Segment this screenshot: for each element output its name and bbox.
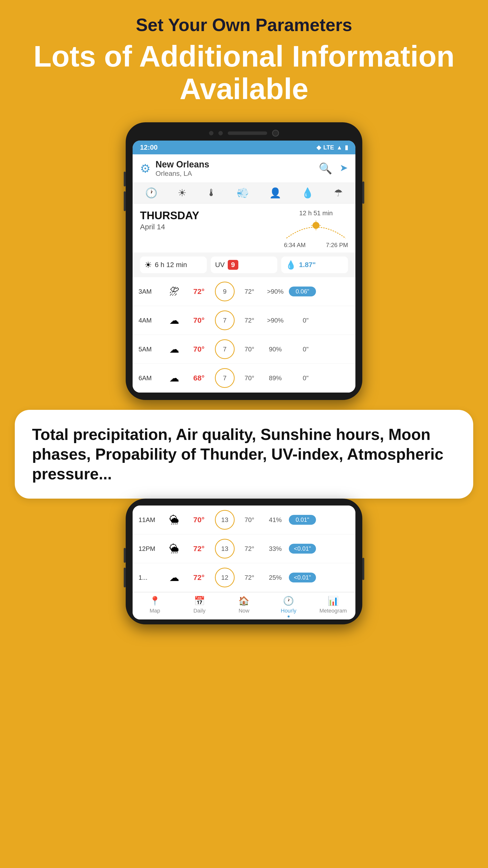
- power-button[interactable]: [362, 182, 364, 204]
- search-icon[interactable]: 🔍: [319, 162, 332, 175]
- info-bubble-text: Total precipitation, Air quality, Sunshi…: [32, 425, 456, 484]
- uv-circle: 13: [215, 539, 235, 559]
- bottom-vol-down-button[interactable]: [124, 568, 126, 587]
- header-actions: 🔍 ➤: [319, 162, 348, 175]
- temp-value: 72°: [185, 287, 213, 296]
- nav-item-daily[interactable]: 📅 Daily: [177, 596, 222, 617]
- nav-item-hourly[interactable]: 🕐 Hourly: [266, 596, 311, 617]
- hourly-row: 4AM ☁ 70° 7 72° >90% 0": [133, 306, 355, 335]
- rain-card: 💧 1.87": [281, 256, 348, 273]
- day-info: THURSDAY April 14 12 h 51 min 6:34 AM: [133, 204, 355, 252]
- uv-value: 9: [228, 260, 238, 270]
- dot-2: [218, 131, 223, 135]
- nav-item-now[interactable]: 🏠 Now: [222, 596, 266, 617]
- feels-value: 70°: [237, 345, 262, 353]
- sunshine-value: 6 h 12 min: [155, 261, 187, 269]
- feels-value: 72°: [237, 574, 262, 582]
- uv-circle: 7: [215, 368, 235, 388]
- weather-icon: ⛈: [163, 286, 185, 297]
- nav-active-dot: [288, 616, 290, 617]
- temp-value: 70°: [185, 516, 213, 524]
- feels-value: 72°: [237, 288, 262, 296]
- feels-value: 70°: [237, 516, 262, 524]
- bottom-vol-up-button[interactable]: [124, 548, 126, 563]
- nav-label-map: Map: [150, 608, 160, 614]
- daylight-duration: 12 h 51 min: [299, 209, 333, 217]
- weather-icon: 🌦: [163, 515, 185, 526]
- weather-icon: ☁: [163, 343, 185, 355]
- precip-value: 41%: [262, 516, 289, 524]
- precip-value: 33%: [262, 545, 289, 553]
- uv-circle: 9: [215, 282, 235, 301]
- tab-person-icon[interactable]: 👤: [269, 187, 282, 199]
- sunrise-sunset: 6:34 AM 7:26 PM: [284, 242, 348, 249]
- nav-label-hourly: Hourly: [281, 608, 296, 614]
- weather-icon: ☁: [163, 372, 185, 384]
- precip-value: 90%: [262, 345, 289, 353]
- data-tabs: 🕐 ☀ 🌡 💨 👤 💧 ☂: [133, 183, 355, 204]
- hour-label: 4AM: [138, 317, 163, 324]
- precip-value: >90%: [262, 317, 289, 324]
- info-bubble: Total precipitation, Air quality, Sunshi…: [15, 410, 473, 499]
- tab-thermo-icon[interactable]: 🌡: [206, 187, 217, 199]
- settings-icon[interactable]: ⚙: [140, 161, 151, 175]
- hourly-row: 6AM ☁ 68° 7 70° 89% 0": [133, 364, 355, 393]
- feels-value: 72°: [237, 545, 262, 553]
- tab-drops-icon[interactable]: 💧: [301, 187, 314, 199]
- sunshine-icon: ☀: [144, 260, 152, 270]
- precip-value: >90%: [262, 288, 289, 296]
- uv-circle: 7: [215, 310, 235, 330]
- top-phone-screen: 12:00 ◆ LTE ▲ ▮ ⚙ New Orleans Orleans, L…: [133, 141, 355, 393]
- nav-item-meteogram[interactable]: 📊 Meteogram: [311, 596, 355, 617]
- sun-arc-svg: [284, 218, 348, 241]
- tab-wind-icon[interactable]: 💨: [237, 187, 249, 199]
- feels-value: 72°: [237, 317, 262, 324]
- hourly-row: 3AM ⛈ 72° 9 72° >90% 0.06": [133, 277, 355, 306]
- camera: [272, 130, 279, 136]
- hour-label: 5AM: [138, 345, 163, 353]
- nav-icon-daily: 📅: [194, 596, 205, 606]
- day-date: April 14: [140, 223, 199, 231]
- hourly-row: 1... ☁ 72° 12 72° 25% <0.01": [133, 563, 355, 592]
- feels-value: 70°: [237, 374, 262, 382]
- sunset-time: 7:26 PM: [326, 242, 348, 249]
- navigate-icon[interactable]: ➤: [339, 162, 348, 175]
- tab-umbrella-icon[interactable]: ☂: [334, 187, 343, 199]
- status-time: 12:00: [140, 144, 158, 151]
- rain-amount: <0.01": [289, 572, 316, 583]
- tab-sun-icon[interactable]: ☀: [178, 187, 187, 199]
- day-name: THURSDAY: [140, 209, 199, 222]
- vol-down-button[interactable]: [124, 191, 126, 211]
- temp-value: 68°: [185, 374, 213, 382]
- uv-circle: 12: [215, 568, 235, 587]
- hour-label: 3AM: [138, 288, 163, 296]
- temp-value: 72°: [185, 573, 213, 582]
- nav-label-daily: Daily: [193, 608, 205, 614]
- nav-item-map[interactable]: 📍 Map: [133, 596, 177, 617]
- header-subtitle: Set Your Own Parameters: [20, 15, 468, 35]
- nav-label-now: Now: [238, 608, 250, 614]
- vol-up-button[interactable]: [124, 172, 126, 186]
- tab-clock-icon[interactable]: 🕐: [145, 187, 158, 199]
- header-section: Set Your Own Parameters Lots of Addition…: [0, 0, 488, 115]
- hourly-row: 5AM ☁ 70° 7 70° 90% 0": [133, 335, 355, 364]
- bottom-power-button[interactable]: [362, 558, 364, 580]
- nav-label-meteogram: Meteogram: [319, 608, 347, 614]
- location-sub: Orleans, LA: [156, 169, 319, 178]
- status-bar: 12:00 ◆ LTE ▲ ▮: [133, 141, 355, 154]
- hour-label: 6AM: [138, 374, 163, 382]
- hour-label: 12PM: [138, 545, 163, 553]
- temp-value: 70°: [185, 345, 213, 353]
- sunrise-time: 6:34 AM: [284, 242, 305, 249]
- bottom-phone-outer: 11AM 🌦 70° 13 70° 41% 0.01" 12PM 🌦 72° 1…: [126, 499, 362, 624]
- wifi-icon: ◆: [317, 144, 321, 151]
- rain-zero: 0": [289, 317, 308, 324]
- precip-value: 89%: [262, 374, 289, 382]
- weather-icon: 🌦: [163, 543, 185, 554]
- top-phone-outer: 12:00 ◆ LTE ▲ ▮ ⚙ New Orleans Orleans, L…: [126, 122, 362, 400]
- uv-card: UV 9: [211, 256, 278, 273]
- uv-label: UV: [215, 261, 225, 269]
- day-text: THURSDAY April 14: [140, 209, 199, 231]
- sun-arc-area: 12 h 51 min 6:34 AM 7:26 PM: [284, 209, 348, 249]
- header-title: Lots of Additional Information Available: [20, 40, 468, 105]
